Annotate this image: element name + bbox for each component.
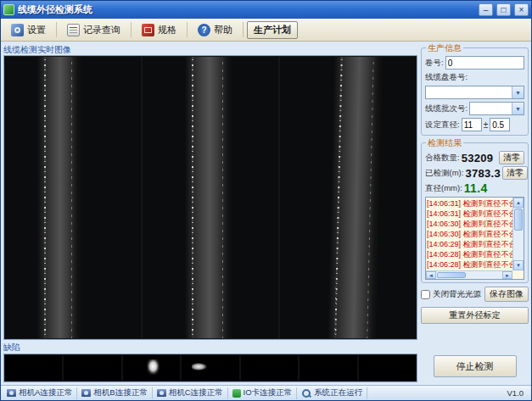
log-entry: [14:06:30] 检测到直径不合格 xyxy=(427,229,512,239)
defect-label: 缺陷 xyxy=(3,342,417,353)
toolbar-separator xyxy=(243,22,244,37)
settings-button[interactable]: 设置 xyxy=(4,21,53,39)
version-label: V1.0 xyxy=(507,388,529,398)
status-io-card-label: IO卡连接正常 xyxy=(244,387,293,398)
status-system-running: 系统正在运行 xyxy=(297,387,367,399)
specs-label: 规格 xyxy=(158,24,176,36)
alarm-log-list[interactable]: [14:06:31] 检测到直径不合格 [14:06:31] 检测到直径不合格 … xyxy=(425,197,524,280)
diameter-value: 11.4 xyxy=(464,181,524,195)
defect-thumbnail xyxy=(241,355,298,381)
camera-panel-3 xyxy=(280,57,416,338)
title-bar: 线缆外径检测系统 – □ × xyxy=(1,1,531,19)
status-camera-b: 相机B连接正常 xyxy=(77,387,152,399)
io-card-icon xyxy=(232,389,241,398)
scrollbar-track[interactable] xyxy=(467,271,502,279)
backlight-checkbox[interactable] xyxy=(421,290,430,299)
coil-number-row: 线缆盘卷号: xyxy=(425,72,524,83)
settings-icon xyxy=(11,24,24,36)
minimize-button[interactable]: – xyxy=(479,3,493,16)
scroll-left-icon[interactable]: ◄ xyxy=(426,271,436,279)
magnifier-icon xyxy=(301,388,311,398)
scroll-up-icon[interactable]: ▲ xyxy=(513,198,524,208)
toolbar: 设置 记录查询 规格 帮助 生产计划 xyxy=(1,19,531,42)
records-icon xyxy=(67,24,80,36)
status-io-card: IO卡连接正常 xyxy=(228,387,298,399)
live-image-column: 线缆检测实时图像 缺陷 xyxy=(3,44,417,382)
defect-thumbnail-strip xyxy=(3,354,417,382)
horizontal-scrollbar[interactable]: ◄ ► xyxy=(426,270,512,279)
cable-image-1 xyxy=(37,57,81,338)
chevron-down-icon[interactable]: ▼ xyxy=(512,103,524,114)
camera-panel-group xyxy=(3,55,417,340)
defect-thumbnail xyxy=(182,355,238,381)
production-info-group: 生产信息 卷号: 线缆盘卷号: ▼ 线缆批次号: ▼ xyxy=(421,47,529,136)
defect-thumbnail xyxy=(359,355,416,381)
log-entry: [14:06:31] 检测到直径不合格 xyxy=(427,209,512,219)
camera-icon xyxy=(7,389,16,397)
toolbar-separator xyxy=(56,22,57,37)
diameter-row: 直径(mm): 11.4 xyxy=(425,181,524,195)
toolbar-separator xyxy=(131,22,132,37)
clear-length-button[interactable]: 清零 xyxy=(502,166,528,180)
scroll-right-icon[interactable]: ► xyxy=(502,271,512,279)
backlight-checkbox-label: 关闭背光光源 xyxy=(433,289,482,300)
toolbar-separator xyxy=(187,22,188,37)
scroll-down-icon[interactable]: ▼ xyxy=(513,260,524,270)
set-diameter-input[interactable] xyxy=(462,118,482,131)
status-camera-a: 相机A连接正常 xyxy=(3,387,77,399)
scrollbar-thumb[interactable] xyxy=(437,272,466,278)
content-area: 线缆检测实时图像 缺陷 生产信息 卷 xyxy=(1,42,531,385)
close-button[interactable]: × xyxy=(514,3,529,16)
qualified-count-value: 53209 xyxy=(462,152,497,164)
log-entry: [14:06:29] 检测到直径不合格 xyxy=(427,239,512,249)
measured-length-value: 3783.3 xyxy=(465,167,501,180)
measured-length-label: 已检测(m): xyxy=(425,168,463,179)
stop-detection-button[interactable]: 停止检测 xyxy=(434,355,517,377)
help-icon xyxy=(198,24,210,36)
save-image-button[interactable]: 保存图像 xyxy=(484,287,529,302)
alarm-log-lines: [14:06:31] 检测到直径不合格 [14:06:31] 检测到直径不合格 … xyxy=(427,198,512,270)
status-camera-c: 相机C连接正常 xyxy=(153,387,228,399)
qualified-count-row: 合格数量: 53209 清零 xyxy=(425,151,524,164)
roll-number-label: 卷号: xyxy=(425,58,444,69)
reset-calibration-button[interactable]: 重置外径标定 xyxy=(421,307,529,324)
specs-button[interactable]: 规格 xyxy=(135,21,183,39)
scrollbar-track[interactable] xyxy=(513,231,524,260)
defect-thumbnail xyxy=(300,355,356,381)
cable-image-2 xyxy=(185,57,232,338)
camera-icon xyxy=(81,389,91,397)
production-info-title: 生产信息 xyxy=(426,43,463,53)
detection-results-group: 检测结果 合格数量: 53209 清零 已检测(m): 3783.3 清零 直径… xyxy=(421,142,529,283)
help-button[interactable]: 帮助 xyxy=(191,21,239,39)
detection-results-title: 检测结果 xyxy=(426,138,463,148)
status-running-label: 系统正在运行 xyxy=(314,387,362,398)
maximize-button[interactable]: □ xyxy=(496,3,511,16)
live-image-label: 线缆检测实时图像 xyxy=(3,44,417,55)
help-label: 帮助 xyxy=(214,24,232,36)
log-entry: [14:06:28] 检测到直径不合格 xyxy=(427,249,512,259)
roll-number-input[interactable] xyxy=(445,56,524,70)
clear-count-button[interactable]: 清零 xyxy=(499,151,524,164)
records-query-button[interactable]: 记录查询 xyxy=(60,21,127,39)
backlight-row: 关闭背光光源 保存图像 xyxy=(421,287,529,302)
control-panel: 生产信息 卷号: 线缆盘卷号: ▼ 线缆批次号: ▼ xyxy=(421,44,529,382)
qualified-count-label: 合格数量: xyxy=(425,153,460,164)
tolerance-input[interactable] xyxy=(490,118,510,131)
chevron-down-icon[interactable]: ▼ xyxy=(512,86,524,98)
defect-thumbnail xyxy=(64,355,120,381)
coil-combo-row: ▼ xyxy=(425,86,524,99)
scrollbar-thumb[interactable] xyxy=(514,209,523,231)
batch-number-row: 线缆批次号: ▼ xyxy=(425,102,524,115)
spacer xyxy=(421,324,529,355)
coil-number-label: 线缆盘卷号: xyxy=(425,72,468,83)
cable-image-3 xyxy=(328,57,384,338)
measured-length-row: 已检测(m): 3783.3 清零 xyxy=(425,166,524,180)
specs-icon xyxy=(142,24,154,36)
batch-number-label: 线缆批次号: xyxy=(425,103,468,114)
status-bar: 相机A连接正常 相机B连接正常 相机C连接正常 IO卡连接正常 系统正在运行 V… xyxy=(1,385,531,400)
vertical-scrollbar[interactable]: ▲ ▼ xyxy=(512,198,524,270)
production-plan-button[interactable]: 生产计划 xyxy=(247,21,298,39)
batch-number-combobox[interactable]: ▼ xyxy=(469,102,524,115)
coil-number-combobox[interactable]: ▼ xyxy=(425,86,524,99)
window-title: 线缆外径检测系统 xyxy=(18,3,475,16)
